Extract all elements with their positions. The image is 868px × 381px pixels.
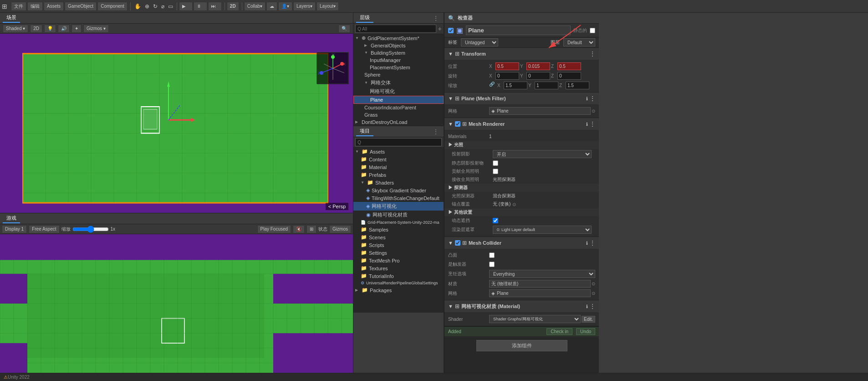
2d-btn[interactable]: 2D (30, 25, 42, 33)
is-trigger-checkbox[interactable] (489, 262, 495, 267)
menu-item-assets[interactable]: Assets (44, 2, 64, 11)
checkin-btn[interactable]: Check in (546, 328, 572, 335)
project-item-skybox[interactable]: ◈ Skybox Gradient Shader (353, 186, 444, 194)
edit-shader-btn[interactable]: Edit. (582, 316, 595, 323)
project-item-grid-placement-unity[interactable]: 📄 Grid-Placement-System-Unity-2022-ma (353, 219, 444, 226)
hierarchy-item-coursorindicator[interactable]: CoursorIndicatorParent (353, 104, 444, 111)
cooking-options-dropdown[interactable]: Everything (489, 270, 595, 278)
add-component-button[interactable]: 添加组件 (476, 340, 567, 351)
layer-dropdown[interactable]: Default (563, 38, 595, 46)
transform-options-icon[interactable]: ⋮ (590, 51, 595, 57)
menu-item-gameobject[interactable]: GameObject (65, 2, 97, 11)
mesh-renderer-options-icon[interactable]: ⋮ (590, 121, 595, 127)
move-tool[interactable]: ⊕ (143, 2, 151, 10)
gizmos-btn[interactable]: Gizmos ▾ (83, 25, 109, 33)
fx-btn[interactable]: ✦ (71, 25, 82, 33)
hierarchy-item-plane[interactable]: Plane (353, 96, 444, 104)
project-search[interactable] (355, 138, 442, 146)
hand-tool[interactable]: ✋ (133, 2, 143, 10)
collab-btn[interactable]: Collab▾ (244, 2, 266, 11)
static-checkbox[interactable] (590, 28, 595, 33)
account-btn[interactable]: 👤▾ (278, 2, 292, 11)
project-item-textures[interactable]: 📁 Textures (353, 264, 444, 272)
project-item-mesh-vis-mat[interactable]: ◉ 网格可视化材质 (353, 211, 444, 219)
mesh-collider-header[interactable]: ▼ ⊞ Mesh Collider ℹ ⋮ (444, 237, 599, 249)
mesh-renderer-header[interactable]: ▼ ⊞ Mesh Renderer ℹ ⋮ (444, 118, 599, 130)
object-name-input[interactable] (466, 26, 571, 35)
project-item-scenes[interactable]: 📁 Scenes (353, 233, 444, 241)
hierarchy-search[interactable] (355, 25, 436, 33)
2d-toggle[interactable]: 2D (227, 2, 239, 11)
project-item-tiling[interactable]: ◈ TilingWithScaleChangeDefault (353, 194, 444, 202)
gizmos-game-btn[interactable]: Gizmos (329, 225, 351, 233)
hierarchy-item-mesh-vis-parent[interactable]: ▼ 网格交体 (353, 78, 444, 87)
mesh-collider-options-icon[interactable]: ⋮ (590, 240, 595, 246)
hierarchy-add-btn[interactable]: + (438, 25, 442, 32)
anchor-select-icon[interactable]: ⊙ (512, 202, 516, 207)
hierarchy-menu-btn[interactable]: ⋮ (431, 15, 441, 22)
motion-vectors-check[interactable] (493, 218, 498, 223)
project-item-content[interactable]: 📁 Content (353, 155, 444, 163)
collider-mesh-select-icon[interactable]: ⊙ (592, 291, 595, 296)
project-item-packages[interactable]: ▶ 📁 Packages (353, 286, 444, 294)
undo-btn[interactable]: Undo (576, 328, 595, 335)
material-select-icon[interactable]: ⊙ (592, 281, 595, 286)
project-item-textmesh[interactable]: 📁 TextMesh Pro (353, 257, 444, 264)
stats-btn[interactable]: ⊞ (306, 225, 317, 233)
game-viewport[interactable] (0, 234, 353, 373)
scale-z-field[interactable] (566, 82, 589, 89)
mesh-renderer-info-icon[interactable]: ℹ (586, 122, 588, 127)
mesh-filter-header[interactable]: ▼ ⊞ Plane (Mesh Filter) ℹ ⋮ (444, 93, 599, 104)
mesh-filter-info-icon[interactable]: ℹ (586, 96, 588, 101)
menu-item-component[interactable]: Component (97, 2, 128, 11)
hierarchy-item-general-objects[interactable]: ▶ GeneralObjects (353, 42, 444, 49)
tab-project[interactable]: 项目 (356, 127, 373, 136)
menu-item-file[interactable]: 文件 (11, 2, 26, 11)
additional-sub-header[interactable]: ▶ 其他设置 (444, 208, 599, 216)
transform-header[interactable]: ▼ ⊞ Transform ⋮ (444, 48, 599, 60)
project-item-tutorial[interactable]: 📁 TutorialInfo (353, 272, 444, 280)
tab-game[interactable]: 游戏 (3, 214, 20, 223)
mesh-collider-active[interactable] (455, 240, 460, 246)
cloud-btn[interactable]: ☁ (266, 2, 277, 11)
hierarchy-item-input-manager[interactable]: InputManager (353, 57, 444, 64)
layers-btn[interactable]: Layers▾ (293, 2, 316, 11)
hierarchy-item-dont-destroy[interactable]: ▶ DontDestroyOnLoad (353, 118, 444, 126)
mesh-renderer-active[interactable] (455, 121, 460, 127)
scene-viewport[interactable]: X Y Z < Persp (0, 34, 353, 213)
mesh-vis-material-header[interactable]: ▼ ⊞ 网格可视化材质 (Material) ℹ ⋮ (444, 300, 599, 312)
cast-shadows-dropdown[interactable]: 开启 (493, 150, 592, 158)
mute-btn[interactable]: 🔇 (293, 225, 305, 233)
shader-dropdown[interactable]: Shader Graphs/网格可视化 (489, 315, 581, 323)
rect-tool[interactable]: ▭ (166, 2, 175, 10)
project-item-assets[interactable]: ▼ 📁 Assets (353, 148, 444, 155)
pos-y-field[interactable] (526, 62, 550, 70)
tab-hierarchy[interactable]: 层级 (356, 13, 373, 23)
project-item-material[interactable]: 📁 Material (353, 163, 444, 171)
rot-z-field[interactable] (557, 72, 581, 80)
aspect-btn[interactable]: Free Aspect (29, 225, 59, 233)
hierarchy-item-sphere[interactable]: Sphere (353, 71, 444, 78)
scale-y-field[interactable] (535, 82, 558, 89)
display-btn[interactable]: Display 1 (2, 225, 27, 233)
tab-scene[interactable]: 场景 (3, 13, 20, 23)
mesh-collider-info-icon[interactable]: ℹ (586, 241, 588, 246)
play-button[interactable]: ▶ (179, 2, 193, 11)
project-item-prefabs[interactable]: 📁 Prefabs (353, 171, 444, 179)
mesh-vis-material-options-icon[interactable]: ⋮ (590, 303, 595, 309)
mesh-vis-material-info-icon[interactable]: ℹ (586, 304, 588, 309)
play-focused-btn[interactable]: Play Focused (257, 225, 291, 233)
static-shadows-check[interactable] (493, 160, 498, 166)
hierarchy-item-grass[interactable]: Grass (353, 111, 444, 118)
project-menu-btn[interactable]: ⋮ (431, 128, 441, 135)
mesh-filter-options-icon[interactable]: ⋮ (590, 95, 595, 102)
render-layer-dropdown[interactable]: 0: Light Layer default (493, 226, 592, 234)
lighting-sub-header[interactable]: ▶ 光照 (444, 141, 599, 149)
contribute-gi-check[interactable] (493, 169, 498, 174)
project-item-urp[interactable]: ⚙ UniversalRenderPipelineGlobalSettings (353, 280, 444, 286)
pos-x-field[interactable] (495, 62, 519, 70)
pos-z-field[interactable] (557, 62, 581, 70)
lighting-btn[interactable]: 💡 (44, 25, 56, 33)
project-item-settings[interactable]: 📁 Settings (353, 249, 444, 257)
menu-item-edit[interactable]: 编辑 (27, 2, 43, 11)
